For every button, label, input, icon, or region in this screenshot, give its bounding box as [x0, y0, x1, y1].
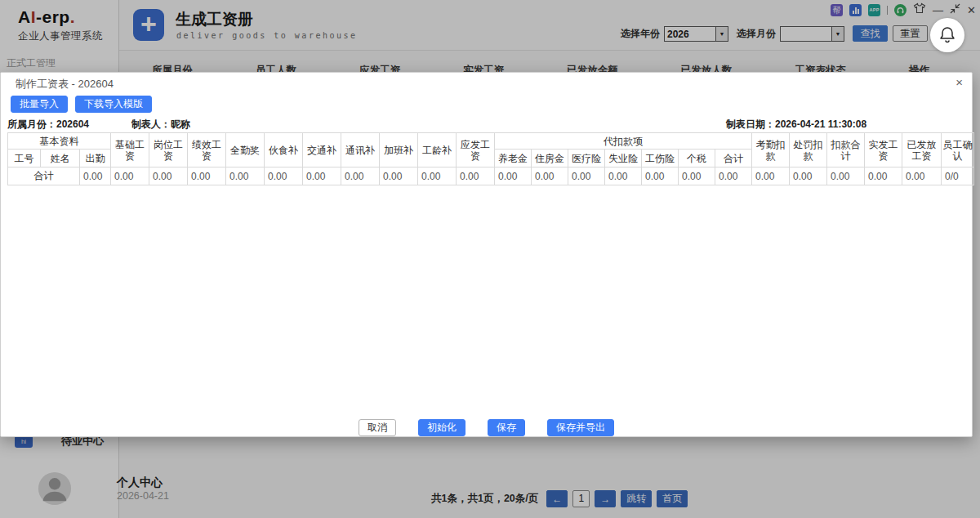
- notification-bell-button[interactable]: [930, 18, 964, 52]
- save-export-button[interactable]: 保存并导出: [547, 419, 614, 436]
- total-cell: 0.00: [80, 167, 111, 185]
- download-template-button[interactable]: 下载导入模版: [75, 96, 152, 113]
- total-cell: 0.00: [752, 167, 790, 185]
- column-header: 姓名: [41, 150, 80, 167]
- column-header: 合计: [715, 150, 752, 167]
- total-cell: 0.00: [902, 167, 942, 185]
- total-cell: 0.00: [418, 167, 457, 185]
- total-row-label: 合计: [8, 167, 80, 185]
- column-header: 考勤扣款: [752, 133, 790, 167]
- meta-month: 所属月份：202604: [7, 118, 89, 132]
- total-cell: 0.00: [679, 167, 715, 185]
- column-header: 应发工资: [457, 133, 495, 167]
- column-header: 医疗险: [568, 150, 605, 167]
- column-header: 伙食补: [265, 133, 303, 167]
- column-header: 工号: [8, 150, 41, 167]
- total-row: 合计0.000.000.000.000.000.000.000.000.000.…: [8, 167, 974, 185]
- total-cell: 0.00: [149, 167, 188, 185]
- initialize-button[interactable]: 初始化: [418, 419, 466, 436]
- salary-table-wrap: 基本资料基础工资岗位工资绩效工资全勤奖伙食补交通补通讯补加班补工龄补应发工资代扣…: [7, 132, 968, 185]
- save-button[interactable]: 保存: [488, 419, 525, 436]
- total-cell: 0.00: [457, 167, 495, 185]
- total-cell: 0.00: [341, 167, 380, 185]
- column-header: 全勤奖: [226, 133, 265, 167]
- column-header: 处罚扣款: [790, 133, 827, 167]
- cancel-button[interactable]: 取消: [359, 419, 396, 436]
- column-header: 扣款合计: [827, 133, 865, 167]
- column-header: 失业险: [605, 150, 642, 167]
- meta-creator-label: 制表人：: [131, 118, 171, 130]
- meta-date-value: 2026-04-21 11:30:08: [775, 118, 866, 130]
- total-cell: 0.00: [532, 167, 568, 185]
- total-cell: 0.00: [790, 167, 827, 185]
- total-cell: 0.00: [226, 167, 265, 185]
- bell-icon: [939, 26, 956, 44]
- column-header: 加班补: [380, 133, 418, 167]
- column-header: 个税: [679, 150, 715, 167]
- column-header: 岗位工资: [149, 133, 188, 167]
- column-header: 绩效工资: [188, 133, 226, 167]
- total-cell: 0.00: [265, 167, 303, 185]
- column-header: 交通补: [303, 133, 341, 167]
- column-header: 养老金: [495, 150, 532, 167]
- column-header: 通讯补: [341, 133, 380, 167]
- app-root: AI-erp. 企业人事管理系统 正式工管理 hi 待业中心 个人中心 2026…: [0, 0, 980, 518]
- dialog-toolbar: 批量导入 下载导入模版: [11, 96, 152, 113]
- column-header: 住房金: [532, 150, 568, 167]
- confirm-cell: 0/0: [942, 167, 974, 185]
- meta-month-label: 所属月份：: [7, 118, 56, 130]
- total-cell: 0.00: [380, 167, 418, 185]
- column-header: 出勤: [80, 150, 111, 167]
- total-cell: 0.00: [642, 167, 679, 185]
- meta-creator-value: 昵称: [171, 118, 190, 130]
- total-cell: 0.00: [568, 167, 605, 185]
- salary-sheet-dialog: 制作工资表 - 202604 × 批量导入 下载导入模版 所属月份：202604…: [0, 72, 973, 437]
- dialog-meta-row: 所属月份：202604 制表人：昵称 制表日期：2026-04-21 11:30…: [7, 118, 965, 131]
- group-header-deduction: 代扣款项: [495, 133, 752, 150]
- column-header: 工伤险: [642, 150, 679, 167]
- column-header: 基础工资: [111, 133, 149, 167]
- column-header: 实发工资: [865, 133, 902, 167]
- total-cell: 0.00: [111, 167, 149, 185]
- total-cell: 0.00: [605, 167, 642, 185]
- meta-month-value: 202604: [56, 118, 89, 130]
- total-cell: 0.00: [303, 167, 341, 185]
- column-header: 员工确认: [942, 133, 974, 167]
- dialog-title: 制作工资表 - 202604: [16, 77, 114, 92]
- dialog-footer: 取消 初始化 保存 保存并导出: [1, 419, 972, 436]
- meta-date: 制表日期：2026-04-21 11:30:08: [726, 118, 866, 132]
- meta-creator: 制表人：昵称: [131, 118, 190, 132]
- batch-import-button[interactable]: 批量导入: [11, 96, 68, 113]
- group-header-basic: 基本资料: [8, 133, 111, 150]
- total-cell: 0.00: [715, 167, 752, 185]
- salary-table: 基本资料基础工资岗位工资绩效工资全勤奖伙食补交通补通讯补加班补工龄补应发工资代扣…: [7, 132, 974, 185]
- total-cell: 0.00: [827, 167, 865, 185]
- total-cell: 0.00: [188, 167, 226, 185]
- total-cell: 0.00: [495, 167, 532, 185]
- meta-date-label: 制表日期：: [726, 118, 775, 130]
- column-header: 已发放工资: [902, 133, 942, 167]
- dialog-close-icon[interactable]: ×: [956, 75, 963, 89]
- total-cell: 0.00: [865, 167, 902, 185]
- column-header: 工龄补: [418, 133, 457, 167]
